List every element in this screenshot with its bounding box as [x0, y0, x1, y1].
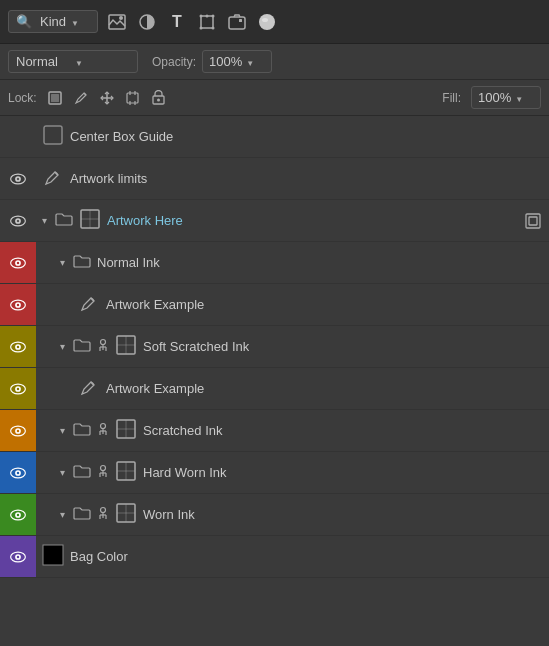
svg-rect-3 — [201, 16, 213, 28]
opacity-dropdown[interactable]: 100% — [202, 50, 272, 73]
layer-content: Bag Color — [36, 544, 549, 569]
layer-row[interactable]: ▾ Scratched Ink — [0, 410, 549, 452]
layer-name: Worn Ink — [143, 507, 195, 522]
svg-point-26 — [17, 177, 19, 179]
layer-thumbnail — [115, 418, 137, 443]
eye-visibility-icon[interactable] — [7, 210, 29, 232]
opacity-chevron — [246, 54, 265, 69]
search-icon: 🔍 — [16, 14, 35, 29]
layer-content: Center Box Guide — [36, 124, 549, 149]
layer-content: Artwork Example — [36, 292, 549, 317]
lock-move-icon[interactable] — [97, 88, 117, 108]
folder-icon — [73, 506, 91, 523]
fill-dropdown[interactable]: 100% — [471, 86, 541, 109]
svg-point-96 — [17, 555, 19, 557]
layer-chevron[interactable]: ▾ — [60, 341, 65, 352]
svg-point-8 — [206, 14, 209, 17]
layer-color-bar — [0, 200, 36, 241]
chain-link-icon — [97, 338, 109, 355]
layer-row[interactable]: Artwork limits — [0, 158, 549, 200]
layer-content: ▾ Soft Scratched Ink — [36, 334, 549, 359]
layer-row[interactable]: ▾ Normal Ink — [0, 242, 549, 284]
eye-visibility-icon[interactable] — [7, 168, 29, 190]
layer-color-bar — [0, 494, 36, 535]
layer-row[interactable]: ▾ Artwork Here — [0, 200, 549, 242]
chain-link-icon — [97, 506, 109, 523]
eye-visibility-icon[interactable] — [7, 462, 29, 484]
layer-thumbnail — [79, 208, 101, 233]
lock-label: Lock: — [8, 91, 37, 105]
chain-link-icon — [97, 464, 109, 481]
layer-name: Bag Color — [70, 549, 128, 564]
svg-point-75 — [101, 466, 106, 471]
layer-content: Artwork Example — [36, 376, 549, 401]
blend-mode-dropdown[interactable]: Normal — [8, 50, 138, 73]
layer-name: Center Box Guide — [70, 129, 173, 144]
lock-lock-icon[interactable] — [149, 88, 169, 108]
layer-color-bar — [0, 116, 36, 157]
svg-point-11 — [259, 14, 275, 30]
layer-name: Artwork limits — [70, 171, 147, 186]
layer-color-bar — [0, 326, 36, 367]
layers-list: Center Box Guide Artwork limits ▾ Artwor… — [0, 116, 549, 578]
folder-icon — [73, 254, 91, 271]
layer-color-bar — [0, 452, 36, 493]
layer-chevron[interactable]: ▾ — [60, 257, 65, 268]
lock-row: Lock: Fill: 100% — [0, 80, 549, 116]
lock-pixels-icon[interactable] — [45, 88, 65, 108]
folder-icon — [73, 338, 91, 355]
svg-rect-14 — [51, 94, 59, 102]
eye-visibility-icon[interactable] — [7, 336, 29, 358]
toolbar: 🔍 Kind T — [0, 0, 549, 44]
svg-point-31 — [17, 219, 19, 221]
svg-rect-36 — [529, 217, 537, 225]
layer-row[interactable]: Center Box Guide — [0, 116, 549, 158]
transform-icon[interactable] — [196, 11, 218, 33]
layer-thumbnail — [115, 460, 137, 485]
layer-name: Hard Worn Ink — [143, 465, 227, 480]
layer-row[interactable]: Artwork Example — [0, 368, 549, 410]
svg-point-47 — [17, 345, 19, 347]
layer-color-bar — [0, 284, 36, 325]
eye-visibility-icon[interactable] — [7, 294, 29, 316]
svg-point-7 — [212, 26, 215, 29]
svg-rect-9 — [229, 17, 245, 29]
layer-thumbnail — [42, 166, 64, 191]
layer-chevron[interactable]: ▾ — [60, 467, 65, 478]
camera-icon[interactable] — [226, 11, 248, 33]
layer-content: ▾ Scratched Ink — [36, 418, 549, 443]
svg-point-48 — [101, 340, 106, 345]
layer-extra-icon[interactable] — [523, 211, 543, 231]
eye-visibility-icon[interactable] — [7, 378, 29, 400]
layer-row[interactable]: Bag Color — [0, 536, 549, 578]
layer-row[interactable]: ▾ Soft Scratched Ink — [0, 326, 549, 368]
svg-rect-35 — [526, 214, 540, 228]
blend-chevron — [75, 54, 130, 69]
layer-content: ▾ Worn Ink — [36, 502, 549, 527]
svg-rect-16 — [127, 93, 138, 103]
layer-content: ▾ Normal Ink — [36, 254, 549, 271]
layer-chevron[interactable]: ▾ — [60, 425, 65, 436]
lock-artboard-icon[interactable] — [123, 88, 143, 108]
layer-row[interactable]: Artwork Example — [0, 284, 549, 326]
folder-icon — [73, 422, 91, 439]
layer-name: Artwork Here — [107, 213, 183, 228]
layer-chevron[interactable]: ▾ — [60, 509, 65, 520]
layer-thumbnail — [115, 502, 137, 527]
eye-visibility-icon[interactable] — [7, 420, 29, 442]
image-icon[interactable] — [106, 11, 128, 33]
sphere-icon[interactable] — [256, 11, 278, 33]
svg-point-58 — [17, 387, 19, 389]
eye-visibility-icon[interactable] — [7, 252, 29, 274]
layer-row[interactable]: ▾ Worn Ink — [0, 494, 549, 536]
eye-visibility-icon[interactable] — [7, 504, 29, 526]
kind-dropdown[interactable]: 🔍 Kind — [8, 10, 98, 33]
layer-chevron[interactable]: ▾ — [42, 215, 47, 226]
eye-visibility-icon[interactable] — [7, 546, 29, 568]
svg-rect-10 — [239, 19, 242, 22]
text-icon[interactable]: T — [166, 11, 188, 33]
lock-pen-icon[interactable] — [71, 88, 91, 108]
layer-thumbnail — [42, 544, 64, 569]
layer-row[interactable]: ▾ Hard Worn Ink — [0, 452, 549, 494]
circle-half-icon[interactable] — [136, 11, 158, 33]
